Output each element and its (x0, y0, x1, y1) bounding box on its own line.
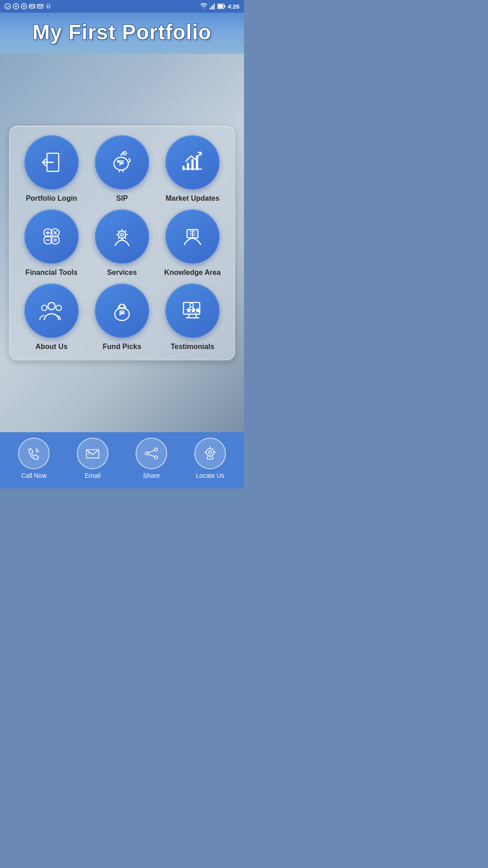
financial-tools-icon (38, 223, 65, 250)
svg-point-37 (209, 451, 212, 454)
svg-point-31 (190, 303, 193, 307)
share-button[interactable] (136, 438, 167, 469)
market-icon (179, 149, 206, 176)
app-title: My First Portfolio (9, 21, 235, 44)
android-icon (45, 3, 52, 9)
status-icons-right: 4:26 (200, 3, 239, 10)
call-now-label: Call Now (21, 472, 47, 479)
email-label: Email (84, 472, 100, 479)
about-us-item[interactable]: About Us (20, 283, 83, 351)
grid-row-1: Portfolio Login (16, 135, 228, 203)
header: My First Portfolio (0, 13, 244, 54)
services-label: Services (107, 268, 137, 277)
svg-rect-8 (211, 6, 212, 9)
status-bar: 4:26 (0, 0, 244, 13)
svg-rect-7 (210, 8, 211, 9)
svg-point-33 (155, 448, 158, 451)
sip-label: SIP (116, 194, 128, 203)
testimonials-item[interactable]: Testimonials (161, 283, 224, 351)
testimonials-label: Testimonials (171, 342, 215, 351)
svg-point-25 (48, 302, 55, 310)
sip-item[interactable]: SIP (90, 135, 154, 203)
time-display: 4:26 (228, 3, 239, 10)
svg-point-16 (117, 160, 119, 162)
portfolio-login-label: Portfolio Login (26, 194, 77, 203)
sip-icon (108, 149, 136, 176)
battery-icon (217, 3, 225, 9)
knowledge-area-item[interactable]: Knowledge Area (161, 209, 224, 277)
knowledge-icon (179, 223, 206, 250)
svg-rect-9 (212, 5, 213, 9)
status-icons-left (5, 3, 52, 9)
email-button[interactable] (77, 438, 108, 469)
fund-picks-label: Fund Picks (103, 342, 141, 351)
wifi-icon (200, 3, 207, 9)
grid-card: Portfolio Login (9, 126, 235, 361)
market-updates-item[interactable]: Market Updates (161, 135, 224, 203)
call-now-button[interactable] (18, 438, 50, 469)
email-icon (85, 446, 100, 461)
svg-point-36 (206, 448, 214, 456)
locate-icon (202, 446, 218, 461)
email-item[interactable]: Email (63, 438, 122, 479)
phone-icon (26, 446, 42, 461)
notif2-icon (13, 3, 19, 9)
market-updates-label: Market Updates (165, 194, 219, 203)
svg-point-34 (155, 456, 158, 459)
signal-icon (210, 3, 215, 9)
main-content: Portfolio Login (0, 54, 244, 432)
financial-tools-item[interactable]: Financial Tools (20, 209, 83, 277)
call-now-item[interactable]: Call Now (5, 438, 63, 479)
testimonials-icon (179, 297, 206, 324)
svg-point-35 (145, 452, 148, 455)
login-icon (38, 149, 65, 176)
gmail-icon (37, 3, 43, 9)
grid-row-3: About Us Fund Picks (16, 283, 228, 351)
fund-picks-button[interactable] (95, 283, 149, 338)
locate-us-label: Locate Us (196, 472, 224, 479)
about-icon (38, 297, 65, 324)
financial-tools-label: Financial Tools (25, 268, 77, 277)
svg-rect-10 (214, 4, 215, 9)
notif3-icon (21, 3, 27, 9)
knowledge-area-button[interactable] (165, 209, 220, 264)
locate-us-item[interactable]: Locate Us (181, 438, 239, 479)
share-label: Share (143, 472, 160, 479)
share-icon (144, 446, 159, 461)
portfolio-login-button[interactable] (24, 135, 79, 189)
fund-icon (108, 297, 136, 324)
locate-us-button[interactable] (194, 438, 226, 469)
image-icon (29, 3, 35, 9)
financial-tools-button[interactable] (24, 209, 79, 264)
svg-rect-12 (224, 5, 225, 8)
svg-point-27 (56, 305, 61, 311)
about-us-label: About Us (35, 342, 67, 351)
sip-button[interactable] (95, 135, 149, 189)
notif1-icon (5, 3, 11, 9)
fund-picks-item[interactable]: Fund Picks (90, 283, 154, 351)
svg-point-2 (15, 5, 17, 7)
bottom-bar: Call Now Email Share (0, 432, 244, 488)
portfolio-login-item[interactable]: Portfolio Login (20, 135, 83, 203)
services-button[interactable] (95, 209, 149, 264)
svg-point-23 (121, 233, 123, 236)
services-icon (108, 223, 136, 250)
about-us-button[interactable] (24, 283, 79, 338)
grid-row-2: Financial Tools Services (16, 209, 228, 277)
testimonials-button[interactable] (165, 283, 220, 338)
share-item[interactable]: Share (122, 438, 181, 479)
svg-point-26 (42, 305, 47, 311)
knowledge-area-label: Knowledge Area (164, 268, 221, 277)
market-updates-button[interactable] (165, 135, 220, 189)
services-item[interactable]: Services (90, 209, 154, 277)
